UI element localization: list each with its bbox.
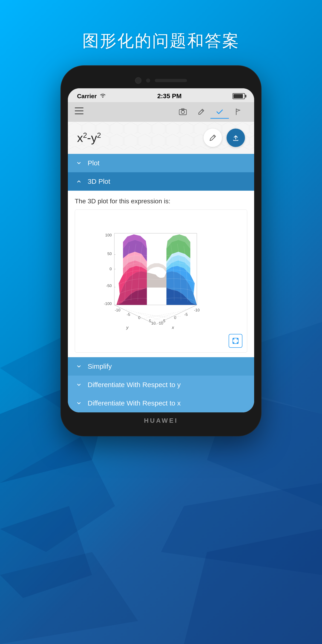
edit-expression-button[interactable]	[204, 128, 222, 147]
status-time: 2:35 PM	[157, 92, 182, 100]
section-simplify-label: Simplify	[88, 362, 112, 370]
app-toolbar	[68, 102, 254, 122]
expand-plot-button[interactable]	[228, 334, 242, 348]
svg-marker-7	[0, 552, 138, 644]
section-plot-label: Plot	[88, 159, 100, 167]
svg-rect-11	[75, 110, 84, 111]
svg-line-43	[138, 312, 173, 319]
chevron-up-icon	[75, 177, 83, 186]
svg-text:0: 0	[138, 316, 140, 320]
svg-text:-10: -10	[115, 308, 120, 312]
status-right	[232, 93, 245, 99]
expression-area: x2-y2	[68, 122, 254, 154]
svg-text:100: 100	[105, 233, 112, 237]
section-diff-y-label: Differentiate With Respect to y	[88, 381, 181, 389]
expression-display: x2-y2	[77, 131, 101, 145]
svg-line-45	[148, 309, 186, 322]
page-title: 图形化的问题和答案	[82, 30, 240, 52]
battery-icon	[232, 93, 245, 99]
section-diff-x-label: Differentiate With Respect to x	[88, 399, 181, 407]
status-left: Carrier	[77, 93, 106, 100]
svg-text:-50: -50	[106, 284, 112, 288]
chevron-down-diffy-icon	[75, 381, 83, 389]
section-3dplot-header[interactable]: 3D Plot	[68, 172, 254, 191]
chevron-down-simplify-icon	[75, 362, 83, 370]
svg-point-14	[181, 110, 184, 114]
plot-description: The 3D plot for this expression is:	[75, 198, 247, 205]
pencil-button[interactable]	[192, 105, 210, 119]
phone-device: Carrier 2:35 PM	[61, 66, 261, 436]
battery-fill	[234, 94, 243, 98]
svg-text:-5: -5	[184, 312, 188, 317]
chevron-down-icon	[75, 159, 83, 167]
toolbar-icons	[174, 105, 247, 119]
expression-actions	[204, 128, 245, 147]
svg-marker-6	[0, 506, 92, 598]
svg-text:-10: -10	[194, 308, 200, 312]
svg-text:50: 50	[108, 252, 112, 256]
plot-3d-content: The 3D plot for this expression is: 100 …	[68, 191, 254, 357]
chevron-down-diffx-icon	[75, 399, 83, 407]
section-simplify-header[interactable]: Simplify	[68, 357, 254, 376]
flag-button[interactable]	[229, 105, 247, 119]
svg-marker-5	[161, 483, 322, 575]
camera-button[interactable]	[174, 105, 192, 119]
svg-rect-10	[75, 108, 84, 108]
svg-text:-100: -100	[104, 302, 112, 306]
check-button[interactable]	[210, 105, 229, 119]
plot-3d-container: 100 50 0 -50 -100 -10 -5 0 5 10 x -10 -5…	[75, 210, 247, 352]
svg-marker-8	[184, 529, 322, 644]
section-diff-y-header[interactable]: Differentiate With Respect to y	[68, 376, 254, 394]
phone-dot	[146, 78, 150, 82]
svg-text:x: x	[172, 325, 174, 330]
svg-point-9	[102, 96, 104, 98]
svg-text:-5: -5	[127, 312, 130, 317]
phone-notch	[68, 75, 254, 88]
carrier-text: Carrier	[77, 93, 96, 100]
upload-button[interactable]	[226, 128, 245, 147]
phone-camera	[135, 77, 142, 84]
phone-speaker	[155, 79, 187, 82]
svg-rect-12	[75, 114, 84, 114]
phone-brand: HUAWEI	[68, 412, 254, 427]
phone-screen: Carrier 2:35 PM	[68, 88, 254, 412]
status-bar: Carrier 2:35 PM	[68, 88, 254, 102]
svg-marker-2	[0, 437, 115, 552]
svg-text:y: y	[126, 325, 129, 330]
section-3dplot-label: 3D Plot	[88, 178, 110, 186]
section-plot-header[interactable]: Plot	[68, 154, 254, 172]
section-diff-x-header[interactable]: Differentiate With Respect to x	[68, 394, 254, 412]
wifi-icon	[99, 93, 106, 100]
svg-text:10: 10	[151, 321, 156, 326]
svg-text:0: 0	[110, 267, 112, 271]
svg-line-40	[156, 305, 197, 324]
menu-button[interactable]	[75, 108, 84, 116]
svg-text:10: 10	[159, 321, 163, 326]
